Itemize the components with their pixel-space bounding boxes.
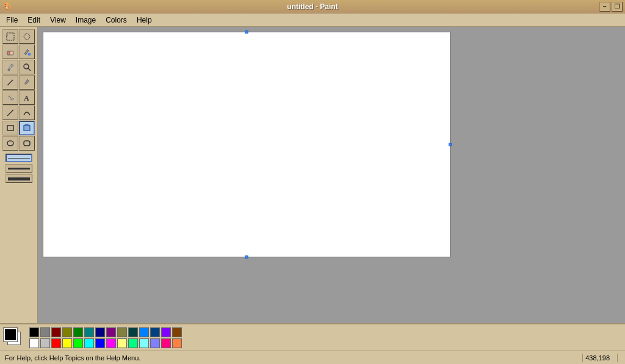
thickness-medium[interactable] bbox=[5, 164, 32, 173]
fill-tool[interactable] bbox=[19, 45, 35, 59]
svg-line-8 bbox=[28, 68, 31, 71]
swatch-white[interactable] bbox=[29, 338, 39, 348]
swatch-cyan[interactable] bbox=[84, 338, 94, 348]
svg-point-12 bbox=[11, 96, 12, 96]
svg-line-18 bbox=[7, 110, 13, 116]
swatch-row-2 bbox=[29, 338, 182, 348]
menu-bar: File Edit View Image Colors Help bbox=[0, 13, 625, 27]
ellipse-tool[interactable] bbox=[2, 136, 18, 151]
svg-text:A: A bbox=[24, 94, 29, 102]
palette-area bbox=[0, 323, 625, 351]
swatch-olive[interactable] bbox=[62, 327, 72, 337]
title-bar-left: 🎨 bbox=[2, 2, 12, 12]
main-area: A bbox=[0, 27, 625, 323]
drawing-canvas[interactable] bbox=[43, 32, 450, 257]
minimize-button[interactable]: − bbox=[599, 2, 610, 12]
tool-row-airbrush: A bbox=[1, 90, 36, 105]
app-icon: 🎨 bbox=[2, 2, 12, 12]
svg-line-9 bbox=[8, 80, 13, 85]
foreground-color[interactable] bbox=[4, 328, 17, 341]
line-tool[interactable] bbox=[2, 105, 18, 120]
handle-top-center[interactable] bbox=[245, 30, 248, 34]
svg-point-11 bbox=[9, 96, 10, 97]
tool-row-eye bbox=[1, 60, 36, 74]
swatch-magenta[interactable] bbox=[106, 338, 116, 348]
polygon-tool[interactable] bbox=[19, 121, 35, 135]
menu-view[interactable]: View bbox=[45, 15, 71, 26]
rounded-rect-tool[interactable] bbox=[19, 136, 35, 151]
swatch-teal[interactable] bbox=[84, 327, 94, 337]
swatch-darktan[interactable] bbox=[117, 327, 127, 337]
tool-row-ellipse bbox=[1, 136, 36, 151]
svg-rect-19 bbox=[7, 126, 13, 130]
line-thickness-panel bbox=[1, 154, 36, 183]
swatch-darkred[interactable] bbox=[51, 327, 61, 337]
eyedropper-tool[interactable] bbox=[2, 60, 18, 74]
color-swatches bbox=[29, 327, 182, 348]
swatch-dodgerblue[interactable] bbox=[139, 327, 149, 337]
tool-row-eraser bbox=[1, 45, 36, 59]
menu-help[interactable]: Help bbox=[132, 15, 157, 26]
svg-point-13 bbox=[9, 98, 9, 99]
pencil-tool[interactable] bbox=[2, 75, 18, 90]
svg-point-14 bbox=[10, 97, 11, 98]
swatch-springgreen[interactable] bbox=[128, 338, 138, 348]
swatch-blue[interactable] bbox=[95, 338, 105, 348]
swatch-darkgreen[interactable] bbox=[73, 327, 83, 337]
status-coords: 438,198 bbox=[585, 354, 615, 362]
swatch-silver[interactable] bbox=[40, 338, 50, 348]
tool-row-select bbox=[1, 29, 36, 44]
status-text: For Help, click Help Topics on the Help … bbox=[5, 354, 140, 362]
tool-row-line bbox=[1, 105, 36, 120]
swatch-yellow[interactable] bbox=[62, 338, 72, 348]
toolbar: A bbox=[0, 27, 38, 323]
title-buttons: − ❐ bbox=[599, 2, 623, 12]
select-free-tool[interactable] bbox=[19, 29, 35, 44]
menu-file[interactable]: File bbox=[1, 15, 23, 26]
menu-edit[interactable]: Edit bbox=[23, 15, 45, 26]
swatch-darkteal[interactable] bbox=[128, 327, 138, 337]
swatch-lightcyan[interactable] bbox=[139, 338, 149, 348]
thickness-thin[interactable] bbox=[5, 154, 32, 162]
svg-rect-3 bbox=[7, 51, 10, 55]
restore-button[interactable]: ❐ bbox=[612, 2, 623, 12]
swatch-violet[interactable] bbox=[161, 327, 171, 337]
rect-tool[interactable] bbox=[2, 121, 18, 135]
handle-bottom-center[interactable] bbox=[245, 255, 248, 259]
status-bar: For Help, click Help Topics on the Help … bbox=[0, 351, 625, 364]
swatch-hotpink[interactable] bbox=[161, 338, 171, 348]
swatch-red[interactable] bbox=[51, 338, 61, 348]
airbrush-tool[interactable] bbox=[2, 90, 18, 105]
status-divider2 bbox=[617, 354, 618, 362]
tool-row-rect bbox=[1, 121, 36, 135]
swatch-green[interactable] bbox=[73, 338, 83, 348]
swatch-orange[interactable] bbox=[172, 338, 182, 348]
swatch-gray[interactable] bbox=[40, 327, 50, 337]
handle-middle-right[interactable] bbox=[449, 143, 452, 146]
svg-rect-24 bbox=[24, 141, 30, 146]
menu-colors[interactable]: Colors bbox=[101, 15, 132, 26]
canvas-container[interactable] bbox=[38, 27, 625, 323]
swatch-navy[interactable] bbox=[95, 327, 105, 337]
svg-rect-20 bbox=[24, 126, 30, 130]
swatch-purple[interactable] bbox=[106, 327, 116, 337]
swatch-darkblue[interactable] bbox=[150, 327, 160, 337]
thickness-thick[interactable] bbox=[5, 174, 32, 183]
svg-point-23 bbox=[7, 141, 13, 146]
curve-tool[interactable] bbox=[19, 105, 35, 120]
text-tool[interactable]: A bbox=[19, 90, 35, 105]
status-divider bbox=[582, 354, 583, 362]
swatch-lightblue[interactable] bbox=[150, 338, 160, 348]
magnify-tool[interactable] bbox=[19, 60, 35, 74]
brush-tool[interactable] bbox=[19, 75, 35, 90]
swatch-lightyellow[interactable] bbox=[117, 338, 127, 348]
svg-point-4 bbox=[28, 53, 31, 55]
select-rect-tool[interactable] bbox=[2, 29, 18, 44]
title-bar: 🎨 untitled - Paint − ❐ bbox=[0, 0, 625, 13]
menu-image[interactable]: Image bbox=[71, 15, 101, 26]
svg-rect-5 bbox=[8, 69, 10, 71]
swatch-black[interactable] bbox=[29, 327, 39, 337]
tool-row-pencil bbox=[1, 75, 36, 90]
eraser-tool[interactable] bbox=[2, 45, 18, 59]
swatch-brown[interactable] bbox=[172, 327, 182, 337]
